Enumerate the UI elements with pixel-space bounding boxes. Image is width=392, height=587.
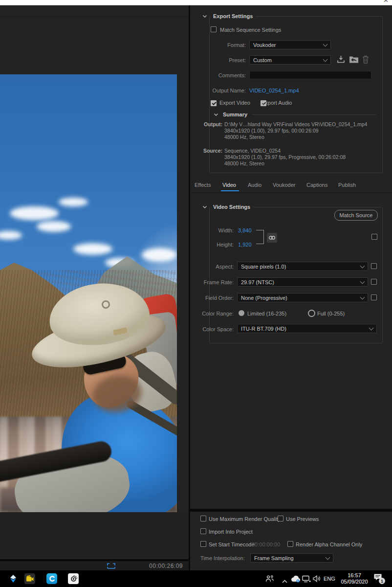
match-source-button[interactable]: Match Source — [334, 210, 378, 221]
video-app-icon — [26, 575, 34, 582]
color-space-value: ITU-R BT.709 (HD) — [241, 326, 286, 332]
frame-rate-override-checkbox[interactable] — [371, 279, 377, 285]
premiere-export-settings-window: ✕ — [0, 0, 392, 587]
format-value: Voukoder — [253, 42, 276, 48]
taskbar-clock[interactable]: 16:57 05/09/2020 — [339, 572, 370, 585]
dimension-link-bracket — [256, 230, 264, 244]
dimensions-override-checkbox[interactable] — [371, 234, 377, 240]
chevron-down-icon[interactable] — [202, 205, 207, 209]
aspect-label: Aspect: — [196, 264, 234, 270]
output-name-label: Output Name: — [196, 88, 246, 93]
chevron-down-icon — [323, 42, 328, 46]
video-settings-title: Video Settings — [210, 204, 253, 210]
import-preset-icon[interactable] — [349, 55, 359, 63]
summary-source-line: Sequence, VIDEO_0254 — [224, 148, 281, 154]
tab-captions[interactable]: Captions — [306, 182, 327, 188]
color-range-limited-label: Limited (16-235) — [247, 311, 286, 316]
height-label: Height: — [196, 242, 234, 248]
preset-label: Preset: — [196, 57, 246, 63]
volume-icon[interactable] — [313, 575, 321, 584]
language-indicator[interactable]: ENG — [324, 576, 335, 582]
clock-time: 16:57 — [339, 572, 370, 579]
link-dimensions-button[interactable] — [267, 233, 277, 243]
use-previews-checkbox[interactable] — [278, 516, 283, 521]
fit-to-frame-icon[interactable] — [107, 563, 116, 569]
width-label: Width: — [196, 227, 234, 233]
height-value[interactable]: 1,920 — [238, 242, 252, 248]
camera-lens-icon — [69, 575, 78, 583]
video-preview-frame[interactable] — [0, 74, 177, 512]
export-video-checkbox[interactable] — [211, 100, 217, 106]
taskbar-chevron-up-icon[interactable] — [282, 577, 287, 586]
comments-label: Comments: — [196, 72, 246, 78]
format-dropdown[interactable]: Voukoder — [249, 40, 331, 49]
cloud — [59, 198, 88, 206]
aspect-override-checkbox[interactable] — [371, 263, 377, 269]
link-icon — [269, 236, 275, 240]
summary-output-line: 48000 Hz, Stereo — [224, 134, 264, 140]
field-order-dropdown[interactable]: None (Progressive) — [237, 293, 368, 302]
use-previews-label: Use Previews — [286, 516, 319, 522]
width-value[interactable]: 3,840 — [238, 227, 252, 233]
use-max-render-quality-checkbox[interactable] — [200, 516, 206, 521]
summary-source-label: Source: — [191, 148, 222, 154]
network-icon[interactable] — [302, 575, 311, 585]
cloud — [73, 243, 112, 255]
export-settings-title: Export Settings — [210, 13, 256, 19]
save-preset-icon[interactable] — [337, 55, 345, 64]
summary-output-line: 3840x1920 (1.00), 29.97 fps, 00:00:26:09 — [224, 128, 319, 134]
taskbar-app-video[interactable] — [24, 573, 35, 584]
color-range-full-radio[interactable] — [308, 310, 315, 317]
aspect-dropdown[interactable]: Square pixels (1.0) — [237, 262, 368, 271]
output-name-link[interactable]: VIDEO_0254_1.mp4 — [249, 88, 299, 93]
match-sequence-checkbox[interactable] — [211, 26, 217, 32]
close-icon[interactable]: ✕ — [383, 0, 389, 4]
chevron-down-icon[interactable] — [214, 113, 218, 116]
camtasia-c-icon — [48, 575, 56, 583]
clock-date: 05/09/2020 — [339, 579, 370, 585]
tab-audio[interactable]: Audio — [248, 182, 261, 188]
summary-output-label: Output: — [191, 121, 222, 127]
color-range-limited-radio[interactable] — [239, 310, 244, 316]
taskbar-app-diamond[interactable] — [8, 574, 18, 584]
tab-video[interactable]: Video — [222, 182, 236, 188]
chevron-down-icon — [360, 279, 365, 284]
import-into-project-label: Import Into Project — [209, 529, 253, 535]
start-timecode-value[interactable]: 00:00:00:00 — [252, 542, 280, 547]
chevron-down-icon — [360, 294, 365, 299]
windows-taskbar: ENG 16:57 05/09/2020 1 — [0, 570, 392, 587]
aspect-value: Square pixels (1.0) — [241, 264, 286, 270]
render-alpha-checkbox[interactable] — [287, 541, 293, 547]
time-interpolation-dropdown[interactable]: Frame Sampling — [250, 553, 333, 563]
diamond-app-icon — [8, 574, 18, 584]
tab-voukoder[interactable]: Voukoder — [273, 182, 295, 188]
color-space-label: Color Space: — [196, 326, 234, 332]
titlebar: ✕ — [0, 0, 392, 5]
color-space-dropdown[interactable]: ITU-R BT.709 (HD) — [237, 324, 377, 333]
field-order-value: None (Progressive) — [241, 295, 287, 301]
tab-publish[interactable]: Publish — [338, 182, 356, 188]
match-sequence-label: Match Sequence Settings — [220, 27, 281, 33]
chevron-down-icon[interactable] — [202, 15, 207, 18]
color-range-label: Color Range: — [196, 311, 234, 316]
set-start-timecode-checkbox[interactable] — [200, 541, 206, 547]
frame-rate-dropdown[interactable]: 29.97 (NTSC) — [237, 277, 368, 287]
frame-rate-label: Frame Rate: — [196, 279, 234, 285]
field-order-override-checkbox[interactable] — [371, 294, 377, 300]
taskbar-app-recorder[interactable] — [68, 573, 79, 584]
import-into-project-checkbox[interactable] — [200, 528, 206, 534]
chevron-down-icon — [323, 57, 328, 62]
frame-rate-value: 29.97 (NTSC) — [241, 279, 274, 285]
people-icon[interactable] — [265, 575, 274, 585]
export-audio-label: Export Audio — [261, 100, 292, 106]
preset-dropdown[interactable]: Custom — [249, 55, 331, 65]
preview-timecode: 00:00:26:09 — [149, 563, 183, 569]
comments-input[interactable] — [249, 71, 371, 79]
onedrive-cloud-icon[interactable] — [290, 575, 301, 585]
delete-preset-icon[interactable] — [362, 55, 369, 64]
export-video-label: Export Video — [219, 100, 250, 106]
cloud — [142, 248, 177, 262]
taskbar-app-camtasia[interactable] — [46, 573, 57, 584]
tab-effects[interactable]: Effects — [195, 182, 211, 188]
action-center-icon[interactable]: 1 — [373, 573, 382, 583]
